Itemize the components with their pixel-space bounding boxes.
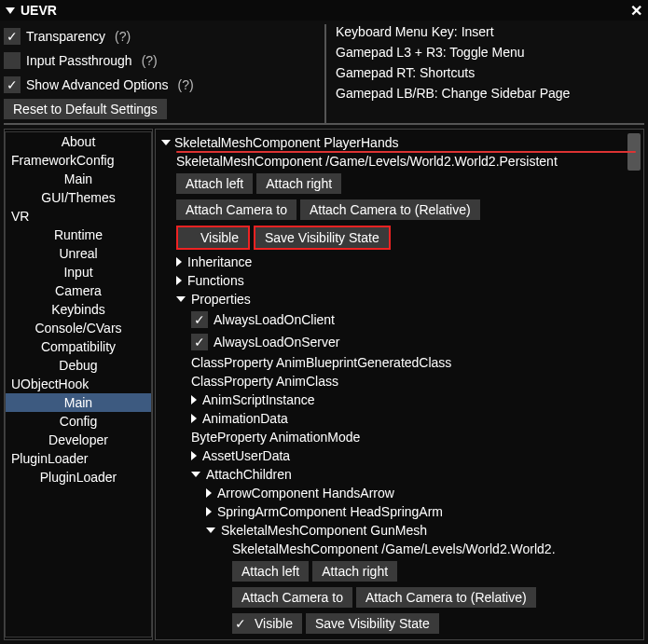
app-title: UEVR [21,3,630,18]
sidebar-item-frameworkconfig[interactable]: FrameworkConfig [6,151,151,170]
close-button[interactable]: ✕ [630,2,642,20]
sidebar-item-input[interactable]: Input [6,263,151,281]
top-pane: Transparency (?) Input Passthrough (?) S… [0,21,648,123]
inheritance-node[interactable]: Inheritance [161,637,638,639]
always-client-checkbox[interactable] [191,311,208,328]
chevron-down-icon [206,528,215,533]
shortcut-line: Keyboard Menu Key: Insert [336,24,644,43]
options-column: Transparency (?) Input Passthrough (?) S… [4,24,321,123]
sidebar-item-camera[interactable]: Camera [6,281,151,300]
sidebar-item-gui-themes[interactable]: GUI/Themes [6,188,151,207]
chevron-right-icon [176,257,182,267]
spring-arm-node[interactable]: SpringArmComponent HeadSpringArm [161,502,638,521]
shortcut-line: Gamepad L3 + R3: Toggle Menu [336,45,644,63]
attach-camera-relative-button[interactable]: Attach Camera to (Relative) [300,199,480,220]
save-visibility-highlight: Save Visibility State [254,226,391,250]
collapse-icon[interactable] [6,7,15,14]
gunmesh-node[interactable]: SkeletalMeshComponent GunMesh [161,521,638,540]
reset-defaults-button[interactable]: Reset to Default Settings [4,99,167,119]
properties-node[interactable]: Properties [161,290,638,308]
advanced-checkbox[interactable] [4,76,21,93]
passthrough-checkbox[interactable] [4,52,21,69]
titlebar: UEVR ✕ [0,0,648,21]
gunmesh-path: SkeletalMeshComponent /Game/Levels/World… [161,540,638,558]
always-server-checkbox[interactable] [191,334,208,350]
anim-script-node[interactable]: AnimScriptInstance [161,391,638,409]
visible-highlight: Visible [176,226,250,250]
anim-class-label: ClassProperty AnimClass [161,372,638,391]
always-server-label: AlwaysLoadOnServer [214,335,339,349]
sidebar-item-main[interactable]: Main [6,393,151,412]
transparency-checkbox[interactable] [4,28,21,45]
sidebar-item-keybinds[interactable]: Keybinds [6,300,151,319]
sidebar-item-unreal[interactable]: Unreal [6,244,151,263]
advanced-label: Show Advanced Options [26,77,169,92]
visible-checkbox[interactable] [178,229,195,246]
visible-label: Visible [200,230,239,245]
functions-node[interactable]: Functions [161,271,638,290]
inheritance-node[interactable]: Inheritance [161,253,638,271]
save-visibility-button[interactable]: Save Visibility State [306,613,439,634]
chevron-right-icon [191,395,197,404]
sidebar-item-config[interactable]: Config [6,412,151,431]
sidebar-item-vr[interactable]: VR [6,207,151,226]
shortcut-line: Gamepad RT: Shortcuts [336,65,644,84]
sidebar-item-debug[interactable]: Debug [6,356,151,375]
visible-label: Visible [255,616,293,631]
transparency-label: Transparency [26,29,105,44]
chevron-right-icon [206,507,212,516]
playerhands-header[interactable]: SkeletalMeshComponent PlayerHands [161,133,638,152]
anim-bp-class-label: ClassProperty AnimBlueprintGeneratedClas… [161,353,638,372]
attach-right-button[interactable]: Attach right [256,173,341,194]
passthrough-label: Input Passthrough [26,53,132,68]
asset-user-data-node[interactable]: AssetUserData [161,446,638,465]
chevron-right-icon [191,414,197,423]
attach-camera-button[interactable]: Attach Camera to [232,587,352,608]
main-pane: AboutFrameworkConfigMainGUI/ThemesVRRunt… [0,125,648,644]
sidebar-item-uobjecthook[interactable]: UObjectHook [6,375,151,393]
anim-data-node[interactable]: AnimationData [161,409,638,428]
attach-camera-button[interactable]: Attach Camera to [176,199,296,220]
transparency-help[interactable]: (?) [115,29,131,44]
content-panel: SkeletalMeshComponent PlayerHands Skelet… [155,129,644,640]
sidebar-item-runtime[interactable]: Runtime [6,226,151,244]
attach-camera-relative-button[interactable]: Attach Camera to (Relative) [356,587,536,608]
arrow-component-node[interactable]: ArrowComponent HandsArrow [161,484,638,502]
sidebar-item-pluginloader[interactable]: PluginLoader [6,468,151,486]
attach-left-button[interactable]: Attach left [232,561,309,582]
chevron-right-icon [191,451,197,460]
attach-children-node[interactable]: AttachChildren [161,465,638,484]
visible-checkbox[interactable] [232,615,249,632]
chevron-down-icon [191,472,200,477]
sidebar-item-main[interactable]: Main [6,170,151,188]
chevron-right-icon [206,488,212,498]
chevron-right-icon [176,276,182,285]
sidebar-item-about[interactable]: About [6,132,151,151]
chevron-down-icon [161,140,171,145]
advanced-help[interactable]: (?) [178,77,194,92]
app-window: UEVR ✕ Transparency (?) Input Passthroug… [0,0,648,644]
chevron-down-icon [176,296,186,302]
passthrough-help[interactable]: (?) [142,53,158,68]
sidebar-item-developer[interactable]: Developer [6,431,151,449]
attach-left-button[interactable]: Attach left [176,173,253,194]
sidebar-item-pluginloader[interactable]: PluginLoader [6,449,151,468]
shortcut-line: Gamepad LB/RB: Change Sidebar Page [336,86,644,104]
sidebar: AboutFrameworkConfigMainGUI/ThemesVRRunt… [4,129,153,640]
shortcuts-column: Keyboard Menu Key: Insert Gamepad L3 + R… [330,24,644,123]
anim-mode-label: ByteProperty AnimationMode [161,428,638,446]
always-client-label: AlwaysLoadOnClient [214,312,335,327]
vertical-divider [324,24,326,123]
save-visibility-button[interactable]: Save Visibility State [255,227,389,248]
sidebar-item-console-cvars[interactable]: Console/CVars [6,319,151,337]
sidebar-item-compatibility[interactable]: Compatibility [6,337,151,356]
playerhands-path: SkeletalMeshComponent /Game/Levels/World… [161,152,638,171]
attach-right-button[interactable]: Attach right [312,561,397,582]
